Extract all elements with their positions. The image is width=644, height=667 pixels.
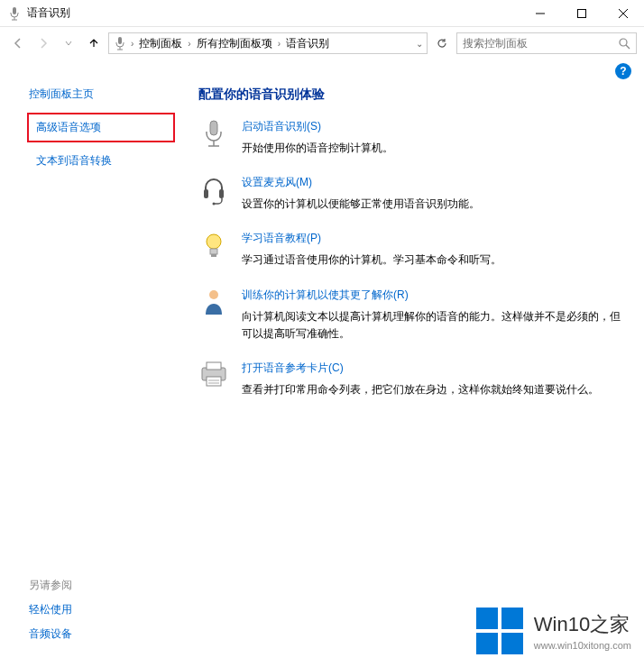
- option-body: 启动语音识别(S) 开始使用你的语音控制计算机。: [242, 119, 626, 157]
- option-link[interactable]: 启动语音识别(S): [242, 119, 626, 134]
- svg-rect-24: [207, 377, 221, 386]
- back-button[interactable]: [7, 32, 29, 54]
- breadcrumb-item[interactable]: 控制面板: [135, 36, 186, 51]
- breadcrumb-item[interactable]: 语音识别: [282, 36, 333, 51]
- up-button[interactable]: [83, 32, 105, 54]
- svg-rect-12: [210, 121, 217, 135]
- chevron-right-icon[interactable]: ›: [278, 39, 281, 49]
- chevron-right-icon[interactable]: ›: [131, 39, 133, 49]
- option-desc: 设置你的计算机以便能够正常使用语音识别功能。: [242, 196, 626, 213]
- content: 控制面板主页 高级语音选项 文本到语音转换 配置你的语音识别体验 启动语音识别(…: [0, 87, 644, 416]
- option-link[interactable]: 训练你的计算机以使其更了解你(R): [242, 288, 626, 303]
- sidebar-home-link[interactable]: 控制面板主页: [29, 87, 173, 102]
- headset-icon: [198, 175, 229, 206]
- forward-button[interactable]: [32, 32, 54, 54]
- option-tutorial: 学习语音教程(P) 学习通过语音使用你的计算机。学习基本命令和听写。: [198, 231, 626, 269]
- option-body: 设置麦克风(M) 设置你的计算机以便能够正常使用语音识别功能。: [242, 175, 626, 213]
- option-body: 训练你的计算机以使其更了解你(R) 向计算机阅读文本以提高计算机理解你的语音的能…: [242, 288, 626, 343]
- sidebar-link-tts[interactable]: 文本到语音转换: [29, 148, 173, 174]
- svg-point-17: [213, 203, 216, 206]
- svg-rect-15: [204, 189, 208, 198]
- watermark-url: www.win10xitong.com: [534, 640, 631, 651]
- navbar: › 控制面板 › 所有控制面板项 › 语音识别 ⌄: [0, 27, 644, 59]
- main: 配置你的语音识别体验 启动语音识别(S) 开始使用你的语音控制计算机。 设置麦克…: [189, 87, 644, 416]
- option-link[interactable]: 打开语音参考卡片(C): [242, 361, 626, 376]
- svg-point-18: [207, 234, 221, 249]
- option-train: 训练你的计算机以使其更了解你(R) 向计算机阅读文本以提高计算机理解你的语音的能…: [198, 288, 626, 343]
- svg-point-21: [209, 290, 218, 299]
- option-body: 学习语音教程(P) 学习通过语音使用你的计算机。学习基本命令和听写。: [242, 231, 626, 269]
- refresh-button[interactable]: [431, 32, 453, 54]
- close-button[interactable]: [603, 0, 644, 27]
- option-link[interactable]: 设置麦克风(M): [242, 175, 626, 190]
- windows-logo-icon: [476, 608, 523, 654]
- chevron-down-icon[interactable]: ⌄: [416, 39, 423, 49]
- watermark-text: Win10之家 www.win10xitong.com: [534, 611, 631, 651]
- page-title: 配置你的语音识别体验: [198, 87, 626, 103]
- option-desc: 查看并打印常用命令列表，把它们放在身边，这样你就始终知道要说什么。: [242, 381, 626, 398]
- sidebar: 控制面板主页 高级语音选项 文本到语音转换: [0, 87, 189, 416]
- watermark-brand: Win10之家: [534, 611, 631, 638]
- svg-rect-0: [13, 7, 16, 14]
- svg-rect-23: [207, 362, 221, 370]
- svg-line-11: [626, 45, 630, 49]
- see-also-link[interactable]: 轻松使用: [29, 602, 72, 617]
- svg-rect-19: [210, 249, 217, 254]
- mic-icon: [113, 36, 127, 50]
- person-icon: [198, 288, 229, 318]
- help-bar: ?: [0, 59, 644, 87]
- svg-rect-20: [211, 254, 216, 257]
- svg-rect-16: [219, 189, 224, 198]
- window-buttons: [520, 0, 644, 27]
- option-body: 打开语音参考卡片(C) 查看并打印常用命令列表，把它们放在身边，这样你就始终知道…: [242, 361, 626, 398]
- recent-dropdown[interactable]: [58, 32, 79, 54]
- mic-icon: [7, 6, 22, 21]
- sidebar-link-advanced[interactable]: 高级语音选项: [27, 113, 175, 142]
- option-link[interactable]: 学习语音教程(P): [242, 231, 626, 246]
- maximize-button[interactable]: [561, 0, 603, 27]
- breadcrumb[interactable]: › 控制面板 › 所有控制面板项 › 语音识别 ⌄: [108, 32, 428, 54]
- window-title: 语音识别: [27, 5, 520, 21]
- breadcrumb-item[interactable]: 所有控制面板项: [193, 36, 276, 51]
- option-setup-mic: 设置麦克风(M) 设置你的计算机以便能够正常使用语音识别功能。: [198, 175, 626, 213]
- svg-point-10: [620, 39, 627, 46]
- titlebar: 语音识别: [0, 0, 644, 27]
- minimize-button[interactable]: [520, 0, 561, 27]
- search-box[interactable]: [456, 32, 637, 54]
- option-desc: 开始使用你的语音控制计算机。: [242, 140, 626, 157]
- option-desc: 学习通过语音使用你的计算机。学习基本命令和听写。: [242, 251, 626, 269]
- lightbulb-icon: [198, 231, 229, 261]
- option-reference: 打开语音参考卡片(C) 查看并打印常用命令列表，把它们放在身边，这样你就始终知道…: [198, 361, 626, 398]
- see-also-link[interactable]: 音频设备: [29, 626, 72, 642]
- mic-icon: [198, 119, 229, 150]
- printer-icon: [198, 361, 229, 391]
- see-also: 另请参阅 轻松使用 音频设备: [29, 578, 72, 651]
- watermark: Win10之家 www.win10xitong.com: [476, 608, 631, 654]
- search-icon[interactable]: [618, 37, 630, 50]
- chevron-right-icon[interactable]: ›: [188, 39, 190, 49]
- svg-rect-7: [118, 37, 122, 44]
- help-icon[interactable]: ?: [615, 63, 631, 79]
- see-also-title: 另请参阅: [29, 578, 72, 593]
- search-input[interactable]: [463, 37, 618, 50]
- option-start: 启动语音识别(S) 开始使用你的语音控制计算机。: [198, 119, 626, 157]
- option-desc: 向计算机阅读文本以提高计算机理解你的语音的能力。这样做并不是必须的，但可以提高听…: [242, 308, 626, 343]
- svg-rect-4: [578, 9, 586, 17]
